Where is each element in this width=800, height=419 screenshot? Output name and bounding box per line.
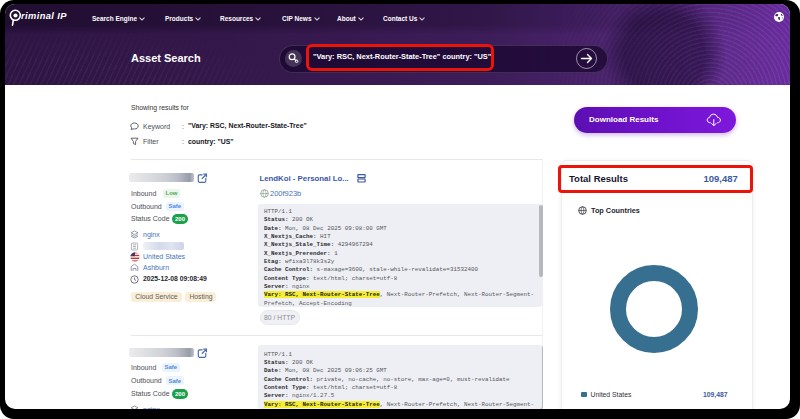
svg-text:riminal IP: riminal IP (21, 11, 67, 21)
